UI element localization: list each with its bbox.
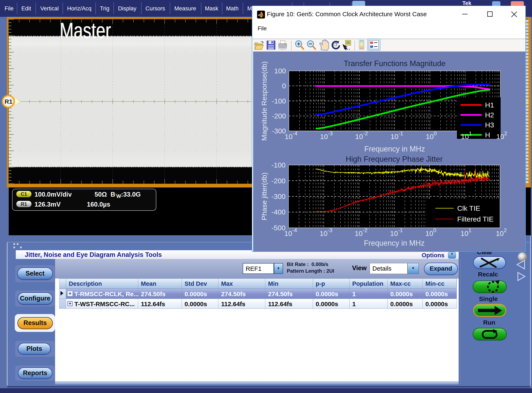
svg-text:-200: -200: [272, 112, 286, 120]
svg-text:-4: -4: [292, 227, 297, 233]
svg-text:Frequency in MHz: Frequency in MHz: [364, 145, 425, 153]
svg-text:H3: H3: [485, 121, 494, 129]
svg-text:10: 10: [320, 133, 328, 141]
svg-text:Clk TIE: Clk TIE: [457, 204, 480, 212]
svg-text:2: 2: [504, 227, 507, 233]
svg-text:-3: -3: [327, 227, 332, 233]
svg-text:10: 10: [285, 133, 293, 141]
svg-text:-3: -3: [328, 130, 333, 137]
svg-text:10: 10: [284, 229, 292, 237]
svg-text:-2: -2: [363, 130, 368, 137]
svg-text:-100: -100: [272, 97, 286, 105]
svg-text:-1: -1: [398, 227, 403, 233]
svg-text:10: 10: [390, 229, 398, 237]
svg-text:Magnitude Response(db): Magnitude Response(db): [260, 61, 268, 141]
svg-text:-4: -4: [293, 130, 297, 137]
svg-text:0: 0: [282, 82, 286, 90]
svg-text:High Frequency Phase Jitter: High Frequency Phase Jitter: [346, 155, 443, 163]
svg-text:10: 10: [496, 133, 504, 141]
svg-text:2: 2: [504, 130, 507, 137]
svg-text:-1: -1: [398, 130, 403, 137]
svg-text:10: 10: [426, 133, 434, 141]
svg-text:-400: -400: [271, 208, 286, 216]
svg-text:10: 10: [425, 229, 433, 237]
svg-text:10: 10: [390, 133, 398, 141]
svg-text:0: 0: [434, 130, 437, 137]
svg-text:10: 10: [320, 229, 327, 237]
svg-text:-100: -100: [271, 161, 286, 169]
svg-text:Filtered TIE: Filtered TIE: [457, 215, 493, 223]
svg-text:10: 10: [496, 229, 504, 237]
svg-text:-200: -200: [271, 177, 286, 185]
svg-text:-500: -500: [271, 224, 286, 232]
svg-text:0: 0: [433, 227, 436, 233]
svg-text:10: 10: [461, 133, 469, 141]
svg-text:1: 1: [469, 227, 471, 233]
svg-text:-300: -300: [272, 127, 286, 135]
svg-text:1: 1: [469, 130, 472, 137]
svg-text:H1: H1: [485, 101, 494, 109]
svg-text:Transfer Functions Magnitude: Transfer Functions Magnitude: [344, 59, 445, 68]
svg-text:100: 100: [274, 67, 286, 75]
svg-text:-2: -2: [363, 227, 367, 233]
svg-text:Phase jitter(db): Phase jitter(db): [260, 172, 268, 221]
svg-text:Frequency in MHz: Frequency in MHz: [364, 239, 425, 247]
svg-text:H: H: [485, 131, 490, 139]
svg-text:H2: H2: [485, 111, 494, 119]
svg-text:10: 10: [355, 229, 363, 237]
svg-text:10: 10: [355, 133, 363, 141]
svg-text:10: 10: [460, 229, 469, 237]
svg-text:-300: -300: [271, 192, 286, 200]
